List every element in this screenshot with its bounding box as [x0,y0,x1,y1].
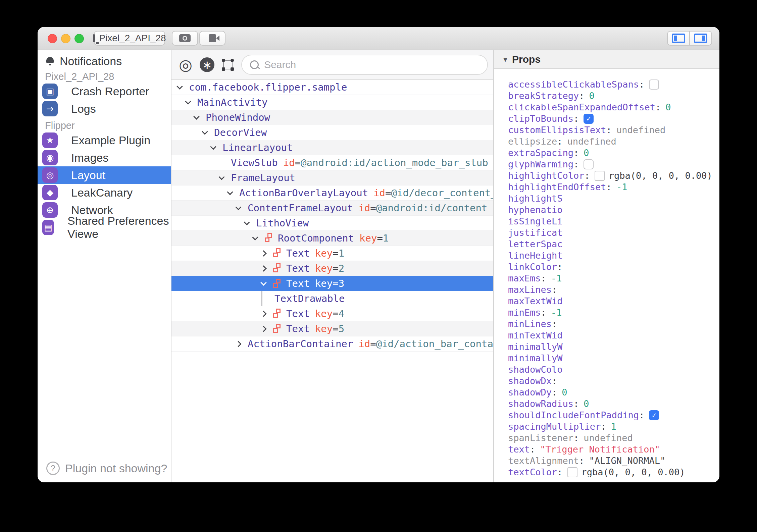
toggle-right-panel-button[interactable] [689,32,711,45]
tree-row-viewstub[interactable]: ViewStubid=@android:id/action_mode_bar_s… [171,155,493,170]
tree-row-text[interactable]: Textkey=1 [171,246,493,261]
tree-row-mainactivity[interactable]: MainActivity [171,95,493,110]
sidebar-item-images[interactable]: ◉Images [38,149,171,166]
prop-label: justificat [508,227,563,238]
node-name: RootComponent [278,231,354,246]
sidebar-item-leakcanary[interactable]: ◆LeakCanary [38,184,171,201]
traffic-light-zoom-button[interactable] [74,34,84,43]
attr-key: id [358,201,370,216]
tree-row-actionbaroverlaylayout[interactable]: ActionBarOverlayLayoutid=@id/decor_conte… [171,185,493,201]
node-name: LithoView [256,216,309,231]
prop-row-customellipsistext: customEllipsisText:undefined [508,124,719,136]
tree-row-textdrawable[interactable]: TextDrawable [171,291,493,306]
attr-key: id [373,185,385,201]
chevron-down-icon[interactable] [218,174,224,180]
example-plugin-icon: ★ [42,132,58,148]
checkbox-unchecked[interactable] [649,79,659,90]
prop-row-extraspacing: extraSpacing:0 [508,147,719,159]
prop-value[interactable]: "ALIGN_NORMAL" [589,455,666,467]
chevron-down-icon[interactable] [244,219,250,225]
attr-equals: = [333,246,338,261]
tree-row-text[interactable]: Textkey=4 [171,306,493,321]
traffic-light-close-button[interactable] [48,34,57,43]
prop-value[interactable]: "Trigger Notification" [540,444,660,455]
prop-value[interactable]: 0 [589,90,595,102]
checkbox-unchecked[interactable] [584,159,594,169]
color-swatch-checkbox[interactable] [595,171,605,181]
tree-row-lithoview[interactable]: LithoView [171,216,493,231]
screen-record-button[interactable] [199,31,225,46]
sidebar-item-logs[interactable]: →Logs [38,100,171,117]
sharedprefs-plugin-icon: ▤ [42,220,54,235]
traffic-light-minimize-button[interactable] [61,34,70,43]
prop-value[interactable]: rgba(0, 0, 0, 0.00) [582,467,685,478]
chevron-down-icon[interactable] [252,234,258,240]
chevron-right-icon[interactable] [260,311,266,317]
tree-row-decorview[interactable]: DecorView [171,125,493,140]
plugin-not-showing-link[interactable]: ? Plugin not showing? [46,462,167,475]
prop-row-clickablespanexpandedoffset: clickableSpanExpandedOffset:0 [508,102,719,113]
sidebar-item-notifications[interactable]: Notifications [38,52,171,70]
select-element-icon[interactable] [222,59,234,71]
tree-row-linearlayout[interactable]: LinearLayout [171,140,493,155]
prop-row-spanlistener: spanListener:undefined [508,432,719,444]
accessibility-icon[interactable]: ∗ [200,57,214,72]
prop-label: shouldIncludeFontPadding [508,410,639,421]
prop-value: undefined [567,136,616,147]
chevron-down-icon[interactable] [260,279,266,285]
checkbox-checked[interactable]: ✓ [584,114,594,124]
prop-label: ellipsize [508,136,557,147]
props-header[interactable]: ▾ Props [494,50,719,69]
sidebar-item-crash-reporter[interactable]: ▣Crash Reporter [38,83,171,100]
chevron-down-icon[interactable] [210,144,216,150]
prop-value[interactable]: -1 [551,273,562,284]
tree-row-contentframelayout[interactable]: ContentFrameLayoutid=@android:id/content [171,201,493,216]
prop-value[interactable]: 0 [584,398,589,410]
chevron-down-icon[interactable] [193,113,199,119]
chevron-down-icon[interactable] [202,128,208,135]
prop-value[interactable]: -1 [616,181,627,193]
toggle-left-panel-button[interactable] [668,32,689,45]
tree-row-text[interactable]: Textkey=3 [171,276,493,291]
prop-value[interactable]: rgba(0, 0, 0, 0.00) [609,170,712,181]
tree-row-text[interactable]: Textkey=5 [171,321,493,336]
prop-value[interactable]: 0 [562,387,567,398]
prop-label: customEllipsisText [508,124,606,136]
prop-label: textColor [508,467,557,478]
node-name: Text [286,276,310,291]
prop-colon: : [552,387,557,398]
chevron-right-icon[interactable] [235,341,241,347]
device-selector-button[interactable]: Pixel_2_API_28 [94,31,165,46]
sidebar-item-shared-preferences-viewe[interactable]: ▤Shared Preferences Viewe [38,219,171,236]
sidebar-item-layout[interactable]: ◎Layout [38,166,171,184]
tree-row-framelayout[interactable]: FrameLayout [171,170,493,185]
chevron-down-icon[interactable] [235,204,241,210]
prop-label: letterSpac [508,238,563,250]
tree-row-com-facebook-flipper-sample[interactable]: com.facebook.flipper.sample [171,80,493,95]
prop-label: maxTextWid [508,296,563,307]
chevron-down-icon[interactable] [227,189,233,195]
checkbox-checked[interactable]: ✓ [649,410,659,420]
chevron-right-icon[interactable] [260,326,266,332]
color-swatch-checkbox[interactable] [567,467,577,477]
tree-row-actionbarcontainer[interactable]: ActionBarContainerid=@id/action_bar_cont… [171,336,493,352]
tree-row-phonewindow[interactable]: PhoneWindow [171,110,493,125]
attr-equals: = [333,276,338,291]
chevron-down-icon[interactable] [176,83,183,89]
chevron-down-icon[interactable] [185,98,191,104]
prop-value[interactable]: -1 [551,307,562,318]
prop-value[interactable]: 1 [611,421,616,432]
target-element-icon[interactable]: ◎ [179,57,192,72]
screenshot-button[interactable] [172,31,198,46]
search-field[interactable] [241,55,488,75]
tree-row-rootcomponent[interactable]: RootComponentkey=1 [171,231,493,246]
leakcanary-plugin-icon: ◆ [42,185,58,200]
node-name: com.facebook.flipper.sample [189,80,347,95]
prop-value[interactable]: 0 [584,147,589,159]
tree-row-text[interactable]: Textkey=2 [171,261,493,276]
chevron-right-icon[interactable] [260,250,266,256]
prop-value[interactable]: 0 [665,102,671,113]
chevron-right-icon[interactable] [260,265,266,271]
sidebar-item-example-plugin[interactable]: ★Example Plugin [38,131,171,149]
search-input[interactable] [263,59,479,71]
